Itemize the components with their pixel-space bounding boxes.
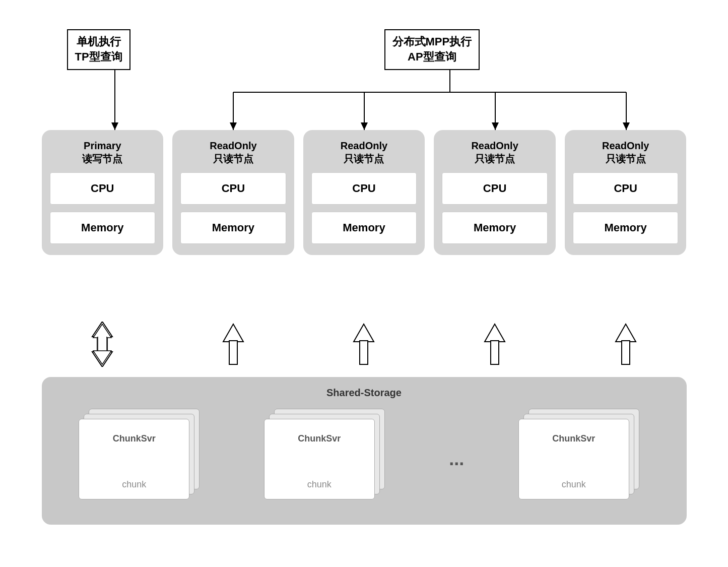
svg-marker-23 xyxy=(354,324,374,342)
shared-storage-title: Shared-Storage xyxy=(57,387,672,399)
chunk-group-2: ChunkSvr chunk xyxy=(264,409,395,510)
readonly4-memory: Memory xyxy=(573,212,679,244)
annotation-ap-line2: AP型查询 xyxy=(408,50,456,63)
annotation-tp: 单机执行 TP型查询 xyxy=(67,29,130,71)
readonly3-memory: Memory xyxy=(442,212,548,244)
svg-marker-25 xyxy=(485,324,505,342)
svg-rect-28 xyxy=(622,341,630,364)
readonly1-memory: Memory xyxy=(180,212,286,244)
readonly3-title: ReadOnly 只读节点 xyxy=(471,139,518,165)
up-arrow-4 xyxy=(611,322,641,367)
svg-marker-10 xyxy=(492,122,499,130)
chunk-card3-front: ChunkSvr chunk xyxy=(518,419,629,499)
readonly-node-2: ReadOnly 只读节点 CPU Memory xyxy=(303,130,425,255)
svg-marker-8 xyxy=(230,122,237,130)
nodes-row: Primary 读写节点 CPU Memory ReadOnly 只读节点 CP… xyxy=(42,130,687,255)
chunk-row: ChunkSvr chunk ChunkSvr chunk ... xyxy=(57,409,672,510)
chunk-label-1: chunk xyxy=(79,479,189,490)
readonly1-cpu: CPU xyxy=(180,172,286,205)
arrow-readonly1 xyxy=(172,322,294,367)
readonly3-cpu: CPU xyxy=(442,172,548,205)
arrow-readonly3 xyxy=(434,322,556,367)
up-arrow-3 xyxy=(480,322,510,367)
readonly-node-4: ReadOnly 只读节点 CPU Memory xyxy=(565,130,687,255)
arrow-readonly2 xyxy=(303,322,425,367)
chunk-server-label-1: ChunkSvr xyxy=(79,433,189,444)
svg-marker-9 xyxy=(361,122,368,130)
architecture-diagram: 单机执行 TP型查询 分布式MPP执行 AP型查询 Primary 读写节点 C… xyxy=(37,19,692,548)
svg-marker-27 xyxy=(616,324,636,342)
svg-rect-24 xyxy=(360,341,368,364)
readonly4-cpu: CPU xyxy=(573,172,679,205)
svg-marker-11 xyxy=(623,122,630,130)
arrow-primary xyxy=(42,322,164,367)
svg-marker-21 xyxy=(223,324,243,342)
ellipsis: ... xyxy=(449,409,464,510)
arrow-readonly4 xyxy=(565,322,687,367)
svg-marker-7 xyxy=(111,122,118,130)
connector-lines xyxy=(37,19,692,130)
chunk-group-1: ChunkSvr chunk xyxy=(79,409,210,510)
primary-node: Primary 读写节点 CPU Memory xyxy=(42,130,164,255)
svg-rect-26 xyxy=(491,341,499,364)
annotation-tp-line1: 单机执行 xyxy=(77,35,121,48)
chunk-server-label-3: ChunkSvr xyxy=(519,433,629,444)
primary-memory: Memory xyxy=(50,212,156,244)
readonly2-title: ReadOnly 只读节点 xyxy=(341,139,387,165)
up-arrow-1 xyxy=(218,322,248,367)
readonly-node-1: ReadOnly 只读节点 CPU Memory xyxy=(172,130,294,255)
bidirectional-arrow xyxy=(87,322,117,367)
svg-rect-22 xyxy=(229,341,237,364)
annotation-ap: 分布式MPP执行 AP型查询 xyxy=(384,29,480,71)
readonly2-cpu: CPU xyxy=(311,172,417,205)
svg-rect-17 xyxy=(98,337,107,352)
primary-node-title: Primary 读写节点 xyxy=(82,139,122,165)
shared-storage: Shared-Storage ChunkSvr chunk ChunkSvr c… xyxy=(42,377,687,525)
arrows-row xyxy=(42,322,687,367)
annotation-ap-line1: 分布式MPP执行 xyxy=(392,35,472,48)
chunk-server-label-2: ChunkSvr xyxy=(264,433,374,444)
readonly1-title: ReadOnly 只读节点 xyxy=(210,139,256,165)
readonly4-title: ReadOnly 只读节点 xyxy=(602,139,649,165)
chunk-label-2: chunk xyxy=(264,479,374,490)
chunk-card-front: ChunkSvr chunk xyxy=(79,419,189,499)
chunk-group-3: ChunkSvr chunk xyxy=(518,409,649,510)
up-arrow-2 xyxy=(349,322,379,367)
chunk-label-3: chunk xyxy=(519,479,629,490)
annotation-tp-line2: TP型查询 xyxy=(75,50,122,63)
readonly-node-3: ReadOnly 只读节点 CPU Memory xyxy=(434,130,556,255)
chunk-card2-front: ChunkSvr chunk xyxy=(264,419,375,499)
primary-cpu: CPU xyxy=(50,172,156,205)
readonly2-memory: Memory xyxy=(311,212,417,244)
